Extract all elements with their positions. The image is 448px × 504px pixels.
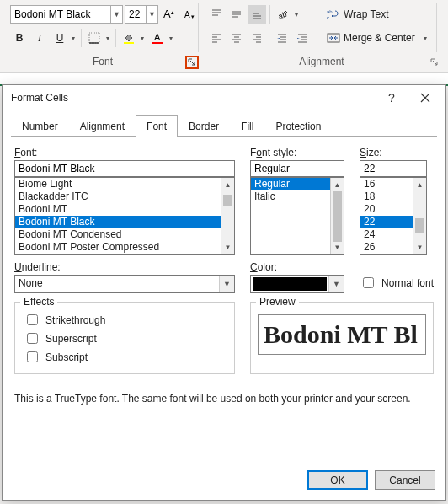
normal-font-label: Normal font [381,277,434,289]
orientation-button[interactable]: ab [274,5,292,24]
chevron-down-icon[interactable]: ▼ [219,276,234,292]
effects-group: Effects Strikethrough Superscript Subscr… [14,302,235,374]
italic-button[interactable]: I [30,29,49,47]
font-color-button[interactable]: A [148,29,167,47]
close-icon [420,93,430,103]
size-listbox[interactable]: 16 18 20 22 24 26 ▲ ▼ [360,177,427,255]
dialog-title: Format Cells [11,92,375,104]
merge-center-button[interactable]: Merge & Center [321,29,421,47]
svg-text:▾: ▾ [191,13,195,19]
scroll-down-icon[interactable]: ▼ [413,240,426,254]
chevron-down-icon[interactable]: ▼ [110,6,122,23]
font-name-combo[interactable]: ▼ [10,5,123,24]
cancel-button[interactable]: Cancel [375,470,435,490]
dialog-launcher-icon [188,58,196,67]
scroll-up-icon[interactable]: ▲ [221,178,234,191]
scroll-thumb[interactable] [415,218,424,233]
fill-color-button[interactable] [120,29,138,47]
list-item[interactable]: Bodoni MT Black [15,216,234,228]
merge-center-dropdown[interactable]: ▾ [421,29,429,47]
borders-button[interactable] [85,29,104,47]
font-size-input[interactable] [125,6,146,23]
strikethrough-checkbox[interactable]: Strikethrough [24,312,226,328]
svg-rect-4 [89,33,99,43]
scroll-down-icon[interactable]: ▼ [331,240,344,254]
font-input[interactable] [14,160,235,177]
ribbon-group-label-font: Font [5,52,200,72]
scrollbar[interactable]: ▲ ▼ [330,178,344,254]
align-left-button[interactable] [207,29,226,47]
bold-button[interactable]: B [10,29,29,47]
scrollbar[interactable]: ▲ ▼ [221,178,234,254]
svg-text:A: A [154,32,161,42]
underline-dropdown[interactable]: ▾ [69,29,77,47]
list-item[interactable]: Bodoni MT Condensed [15,228,234,241]
font-color-dropdown[interactable]: ▾ [167,29,175,47]
underline-button[interactable]: U [51,29,69,47]
font-dialog-launcher[interactable] [185,56,199,69]
align-bottom-button[interactable] [248,5,266,24]
tab-protection[interactable]: Protection [264,115,332,137]
decrease-indent-button[interactable] [273,29,291,47]
subscript-checkbox[interactable]: Subscript [24,349,226,365]
effects-legend: Effects [20,296,57,308]
font-style-listbox[interactable]: Regular Italic ▲ ▼ [250,177,344,255]
scroll-down-icon[interactable]: ▼ [221,240,234,254]
borders-dropdown[interactable]: ▾ [104,29,112,47]
size-input[interactable] [360,160,427,177]
ok-button[interactable]: OK [307,470,368,490]
tab-alignment[interactable]: Alignment [69,115,136,137]
tab-fill[interactable]: Fill [230,115,264,137]
truetype-note: This is a TrueType font. The same font w… [14,393,434,405]
size-label: Size: [360,147,427,158]
svg-text:▴: ▴ [171,9,174,15]
help-button[interactable]: ? [375,86,408,110]
chevron-down-icon[interactable]: ▼ [146,6,157,23]
tab-border[interactable]: Border [178,115,230,137]
scroll-up-icon[interactable]: ▲ [331,178,344,191]
font-size-combo[interactable]: ▼ [125,5,158,24]
scroll-thumb[interactable] [333,191,342,242]
align-top-button[interactable] [207,5,226,24]
dialog-launcher-icon [430,58,439,67]
format-cells-dialog: Format Cells ? Number Alignment Font Bor… [2,84,446,501]
svg-text:A: A [184,10,190,19]
tab-font[interactable]: Font [136,115,178,137]
chevron-down-icon[interactable]: ▼ [328,276,344,292]
svg-rect-8 [152,42,163,44]
underline-value: None [15,276,219,292]
underline-combo[interactable]: None ▼ [14,275,235,293]
align-middle-button[interactable] [227,5,246,24]
scrollbar[interactable]: ▲ ▼ [413,178,426,254]
font-style-input[interactable] [250,160,344,177]
decrease-font-size-button[interactable]: A▾ [180,5,199,24]
list-item[interactable]: Blackadder ITC [15,190,234,203]
preview-group: Preview Bodoni MT Bl [250,302,434,374]
normal-font-checkbox[interactable]: Normal font [360,275,434,291]
wrap-text-icon: abc [327,8,340,20]
color-combo[interactable]: ▼ [250,275,344,293]
fill-color-dropdown[interactable]: ▾ [138,29,147,47]
preview-area: Bodoni MT Bl [258,314,426,355]
list-item[interactable]: Bodoni MT [15,203,234,216]
orientation-dropdown[interactable]: ▾ [292,5,301,24]
increase-font-size-button[interactable]: A▴ [160,5,179,24]
scroll-up-icon[interactable]: ▲ [413,178,426,191]
scroll-thumb[interactable] [223,195,232,206]
list-item[interactable]: Biome Light [15,178,234,190]
list-item[interactable]: Bodoni MT Poster Compressed [15,241,234,254]
align-right-button[interactable] [248,29,266,47]
merge-center-icon [327,32,340,44]
wrap-text-button[interactable]: abc Wrap Text [321,5,395,24]
close-button[interactable] [408,86,442,110]
merge-center-label: Merge & Center [344,32,415,44]
increase-indent-button[interactable] [293,29,312,47]
tab-number[interactable]: Number [11,115,69,137]
font-name-input[interactable] [11,6,110,23]
svg-text:c: c [327,15,329,20]
alignment-dialog-launcher[interactable] [428,56,441,69]
color-label: Color: [250,261,344,273]
font-listbox[interactable]: Biome Light Blackadder ITC Bodoni MT Bod… [14,177,235,255]
superscript-checkbox[interactable]: Superscript [24,330,226,346]
align-center-button[interactable] [227,29,246,47]
